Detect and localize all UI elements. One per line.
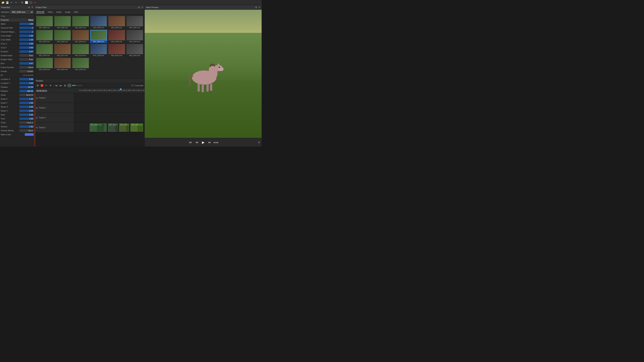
file-item-img5086[interactable]: IMG_5086.mov — [54, 16, 71, 29]
prop-row-scale-y[interactable]: Scale Y 1.00 — [0, 101, 34, 105]
prop-name-channel-filter: Channel Filter — [1, 27, 20, 29]
prop-row-frame-number[interactable]: Frame Number None — [0, 65, 34, 69]
prop-row-location-y[interactable]: Location Y 0.00 — [0, 81, 34, 85]
prop-row-shear-y[interactable]: Shear Y 0.00 — [0, 109, 34, 113]
prop-row-volume-mixing[interactable]: Volume Mixing None — [0, 129, 34, 132]
tl-zoom-slider[interactable] — [72, 85, 83, 86]
prop-row-end[interactable]: End 9.47 — [0, 61, 34, 65]
file-item-img5095[interactable]: IMG_5095.mov — [72, 30, 89, 43]
undo-icon[interactable]: ↩ — [10, 1, 13, 4]
prop-row-wave-color[interactable]: Wave Color — [0, 132, 34, 136]
clip-img5128[interactable]: IMG_5128.mov — [108, 123, 118, 132]
tl-remove-btn[interactable]: 🔴 — [40, 84, 44, 87]
fill-icon[interactable]: ⬛ — [29, 1, 32, 4]
file-item-img5105[interactable]: IMG_5105.mov — [126, 30, 144, 43]
ctrl-play[interactable]: ▶ — [201, 140, 206, 145]
project-files-pin-icon[interactable]: ◈ — [138, 6, 140, 8]
track-expand-5[interactable]: ▶ — [36, 97, 38, 99]
prop-row-crop-width[interactable]: Crop Width 1.00 — [0, 38, 34, 42]
ctrl-step-back[interactable]: ⏭ — [194, 140, 199, 145]
file-item-img5085[interactable]: IMG_5085.mov — [36, 16, 53, 29]
tl-snap-btn[interactable]: □ — [68, 84, 71, 87]
track-content-5[interactable] — [74, 93, 144, 103]
preview-settings-icon[interactable]: ⚙ — [258, 141, 260, 144]
file-item-img5096[interactable]: IMG_5096.mov — [90, 30, 108, 43]
prop-row-time[interactable]: Time 1.00 — [0, 117, 34, 121]
seconds-checkbox[interactable] — [131, 84, 133, 86]
file-item-img5090[interactable]: IMG_5090.mov — [90, 16, 108, 29]
prop-row-gravity[interactable]: Gravity Center — [0, 69, 34, 73]
prop-row-alpha[interactable]: Alpha 1.00 — [0, 22, 34, 26]
prop-row-scale[interactable]: Scale Best Fit — [0, 93, 34, 97]
file-item-img5087[interactable]: IMG_5087.mov — [72, 16, 89, 29]
file-item-img5091[interactable]: IMG_5091.mov — [108, 16, 126, 29]
file-item-img5128[interactable]: IMG_5128.mov — [72, 44, 89, 57]
file-item-img5292[interactable]: IMG_5292.mov — [126, 44, 144, 57]
file-item-img5236[interactable]: IMG_5236.mov — [90, 44, 108, 57]
project-files-close-icon[interactable]: ✕ — [141, 6, 144, 8]
file-item-img5127[interactable]: IMG_5127.mov — [54, 44, 71, 57]
file-item-img5094[interactable]: IMG_5094.mov — [54, 30, 71, 43]
prop-row-track[interactable]: Track Track 2 — [0, 121, 34, 125]
file-item-img5099[interactable]: IMG_5099.mov — [108, 30, 126, 43]
tl-cut-btn[interactable]: ✂ — [44, 84, 48, 87]
prop-row-start[interactable]: Start 0.00 — [0, 113, 34, 117]
track-expand-3[interactable]: ▶ — [36, 116, 38, 119]
file-item-img5294[interactable]: IMG_5294.mov — [54, 57, 71, 71]
tab-show-all[interactable]: Show All — [36, 10, 45, 14]
prop-row-duration[interactable]: Duration 9.47 — [0, 49, 34, 53]
square-icon[interactable]: ⬜ — [24, 1, 28, 4]
prop-row-scale-x[interactable]: Scale X 1.00 — [0, 97, 34, 101]
video-preview-expand-icon[interactable]: ⊞ — [255, 6, 257, 8]
tl-skip-back-btn[interactable]: ⏮ — [54, 84, 58, 87]
properties-close-icon[interactable]: ✕ — [31, 6, 34, 8]
add-icon[interactable]: ➕ — [20, 1, 24, 4]
prop-row-shear-x[interactable]: Shear X 0.00 — [0, 105, 34, 109]
save-icon[interactable]: 💾 — [6, 1, 9, 4]
timeline-ruler[interactable]: 00:00:28:22 00:00:03 00:00:06 00:00:09 0… — [35, 88, 144, 93]
track-expand-2[interactable]: ▶ — [36, 126, 38, 129]
clip-img5094[interactable]: IMG_5094.mov — [130, 123, 143, 132]
prop-row-enable-audio[interactable]: Enable Audio Auto — [0, 53, 34, 57]
file-item-img5295[interactable]: IMG_5295.mov — [72, 57, 89, 71]
prop-row-enable-video[interactable]: Enable Video Auto — [0, 57, 34, 61]
file-item-img5092[interactable]: IMG_5092.mov — [126, 16, 144, 29]
video-preview-close-icon[interactable]: ✕ — [258, 6, 260, 8]
clip-img5093[interactable]: IMG_5093.mov — [90, 123, 106, 132]
prop-row-rotation[interactable]: Rotation 180.00 — [0, 89, 34, 93]
tl-center-btn[interactable]: ⊞ — [63, 84, 67, 87]
track-content-2[interactable]: IMG_5093.mov IMG_5128.mov — [74, 123, 144, 132]
prop-row-channel-filter[interactable]: Channel Filter -1 — [0, 26, 34, 30]
tl-dropdown-btn[interactable]: ▼ — [49, 84, 52, 87]
selection-dropdown[interactable]: IMG_5294.mov — [10, 10, 34, 14]
track-expand-4[interactable]: ▶ — [36, 107, 38, 109]
prop-row-id[interactable]: ID LNYVUM420E — [0, 73, 34, 77]
tab-image[interactable]: Image — [64, 10, 71, 13]
track-content-4[interactable] — [74, 103, 144, 113]
prop-row-channel-mapping[interactable]: Channel Mappi... -1 — [0, 30, 34, 34]
ctrl-step-forward[interactable]: ⏭ — [208, 140, 212, 145]
open-icon[interactable]: 📁 — [1, 1, 5, 4]
tl-skip-fwd-btn[interactable]: ⏭ — [59, 84, 62, 87]
tl-add-btn[interactable]: ➕ — [36, 84, 39, 87]
ctrl-fast-forward[interactable]: ⏭⏭ — [214, 140, 218, 145]
file-item-img5291[interactable]: IMG_5291.mov — [108, 44, 126, 57]
tab-audio[interactable]: Audio — [56, 10, 62, 13]
record-icon[interactable]: ● — [33, 1, 37, 4]
ctrl-rewind-to-start[interactable]: ⏮ — [188, 140, 192, 145]
file-item-img5106[interactable]: IMG_5106.mov — [36, 44, 53, 57]
prop-row-crop-y[interactable]: Crop Y 0.00 — [0, 46, 34, 49]
properties-pin-icon[interactable]: ◈ — [28, 6, 30, 8]
redo-icon[interactable]: ↪ — [14, 1, 18, 4]
file-item-img5093[interactable]: IMG_5093.mov — [36, 30, 53, 43]
clip-img5294[interactable]: IMG_5294.mov — [119, 123, 129, 132]
prop-row-position[interactable]: Position 24.30 — [0, 85, 34, 89]
track-content-3[interactable] — [74, 113, 144, 122]
prop-row-crop-height[interactable]: Crop Height 1.00 — [0, 34, 34, 38]
prop-row-crop-x[interactable]: Crop X 0.00 — [0, 42, 34, 46]
prop-row-location-x[interactable]: Location X 0.00 — [0, 77, 34, 81]
file-item-img5293[interactable]: IMG_5293.mov — [36, 57, 53, 71]
prop-row-volume[interactable]: Volume 1.00 — [0, 125, 34, 129]
tab-video[interactable]: Video — [47, 10, 53, 13]
tab-filter[interactable]: Filter — [73, 10, 79, 13]
